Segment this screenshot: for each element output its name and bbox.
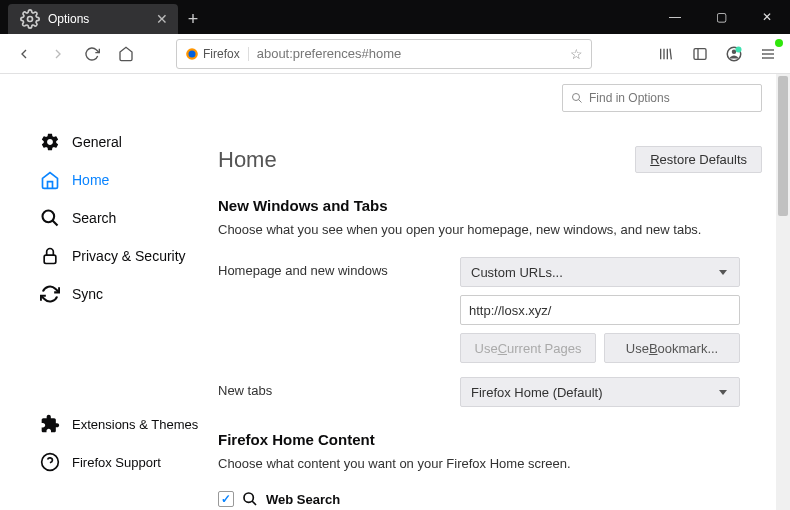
websearch-row: ✓ Web Search bbox=[218, 491, 762, 507]
sidebars-icon[interactable] bbox=[688, 42, 712, 66]
home-button[interactable] bbox=[112, 40, 140, 68]
sidebar-label: Extensions & Themes bbox=[72, 417, 198, 432]
newtabs-row: New tabs Firefox Home (Default) bbox=[218, 377, 762, 407]
firefox-icon bbox=[185, 47, 199, 61]
window-controls: — ▢ ✕ bbox=[652, 0, 790, 34]
reload-button[interactable] bbox=[78, 40, 106, 68]
preferences-sidebar: General Home Search Privacy & Security S… bbox=[0, 74, 218, 510]
svg-line-23 bbox=[252, 501, 256, 505]
sync-icon bbox=[40, 284, 60, 304]
section-desc-homecontent: Choose what content you want on your Fir… bbox=[218, 456, 762, 471]
toolbar-icons bbox=[654, 42, 780, 66]
scrollbar[interactable] bbox=[776, 74, 790, 510]
section-desc-newwindows: Choose what you see when you open your h… bbox=[218, 222, 762, 237]
svg-point-0 bbox=[28, 17, 33, 22]
sidebar-item-privacy[interactable]: Privacy & Security bbox=[30, 238, 218, 274]
identity-label: Firefox bbox=[203, 47, 240, 61]
newtabs-select-value: Firefox Home (Default) bbox=[471, 385, 602, 400]
back-button[interactable] bbox=[10, 40, 38, 68]
sidebar-label: Sync bbox=[72, 286, 103, 302]
homepage-row: Homepage and new windows Custom URLs... … bbox=[218, 257, 762, 363]
menu-icon[interactable] bbox=[756, 42, 780, 66]
svg-point-10 bbox=[732, 49, 737, 54]
sidebar-item-home[interactable]: Home bbox=[30, 162, 218, 198]
homepage-url-input[interactable] bbox=[460, 295, 740, 325]
titlebar: Options ✕ + — ▢ ✕ bbox=[0, 0, 790, 34]
url-text: about:preferences#home bbox=[257, 46, 562, 61]
restore-defaults-button[interactable]: Restore Defaults bbox=[635, 146, 762, 173]
gear-icon bbox=[20, 9, 40, 29]
sidebar-footer: Extensions & Themes Firefox Support bbox=[30, 406, 218, 482]
maximize-button[interactable]: ▢ bbox=[698, 0, 744, 34]
svg-line-16 bbox=[53, 221, 58, 226]
search-icon bbox=[40, 208, 60, 228]
newtabs-select[interactable]: Firefox Home (Default) bbox=[460, 377, 740, 407]
svg-line-21 bbox=[579, 100, 582, 103]
websearch-checkbox[interactable]: ✓ bbox=[218, 491, 234, 507]
svg-line-6 bbox=[670, 48, 671, 59]
lock-icon bbox=[40, 246, 60, 266]
home-icon bbox=[40, 170, 60, 190]
close-window-button[interactable]: ✕ bbox=[744, 0, 790, 34]
homepage-select[interactable]: Custom URLs... bbox=[460, 257, 740, 287]
section-heading-homecontent: Firefox Home Content bbox=[218, 431, 762, 448]
bookmark-star-icon[interactable]: ☆ bbox=[570, 46, 583, 62]
svg-point-22 bbox=[244, 493, 253, 502]
sidebar-item-extensions[interactable]: Extensions & Themes bbox=[30, 406, 218, 442]
minimize-button[interactable]: — bbox=[652, 0, 698, 34]
find-placeholder: Find in Options bbox=[589, 91, 670, 105]
page-title-row: Home Restore Defaults bbox=[218, 146, 762, 173]
library-icon[interactable] bbox=[654, 42, 678, 66]
sidebar-label: Search bbox=[72, 210, 116, 226]
websearch-label: Web Search bbox=[266, 492, 340, 507]
use-current-pages-button[interactable]: Use Current Pages bbox=[460, 333, 596, 363]
section-heading-newwindows: New Windows and Tabs bbox=[218, 197, 762, 214]
page-title: Home bbox=[218, 147, 277, 173]
sidebar-item-search[interactable]: Search bbox=[30, 200, 218, 236]
home-content-section: Firefox Home Content Choose what content… bbox=[218, 431, 762, 507]
svg-point-11 bbox=[736, 46, 742, 52]
homepage-button-row: Use Current Pages Use Bookmark... bbox=[460, 333, 740, 363]
help-icon bbox=[40, 452, 60, 472]
sidebar-item-support[interactable]: Firefox Support bbox=[30, 444, 218, 480]
svg-rect-17 bbox=[44, 255, 56, 263]
homepage-select-value: Custom URLs... bbox=[471, 265, 563, 280]
svg-point-2 bbox=[189, 50, 196, 57]
nav-toolbar: Firefox about:preferences#home ☆ bbox=[0, 34, 790, 74]
preferences-content: General Home Search Privacy & Security S… bbox=[0, 74, 790, 510]
homepage-label: Homepage and new windows bbox=[218, 257, 460, 278]
close-tab-icon[interactable]: ✕ bbox=[156, 11, 168, 27]
sidebar-label: Privacy & Security bbox=[72, 248, 186, 264]
sidebar-label: General bbox=[72, 134, 122, 150]
browser-tab[interactable]: Options ✕ bbox=[8, 4, 178, 34]
use-bookmark-button[interactable]: Use Bookmark... bbox=[604, 333, 740, 363]
sidebar-item-general[interactable]: General bbox=[30, 124, 218, 160]
scrollbar-thumb[interactable] bbox=[778, 76, 788, 216]
new-tab-button[interactable]: + bbox=[178, 4, 208, 34]
preferences-main: Find in Options Home Restore Defaults Ne… bbox=[218, 74, 790, 510]
sidebar-label: Firefox Support bbox=[72, 455, 161, 470]
sidebar-label: Home bbox=[72, 172, 109, 188]
find-in-options[interactable]: Find in Options bbox=[562, 84, 762, 112]
forward-button[interactable] bbox=[44, 40, 72, 68]
account-icon[interactable] bbox=[722, 42, 746, 66]
puzzle-icon bbox=[40, 414, 60, 434]
url-bar[interactable]: Firefox about:preferences#home ☆ bbox=[176, 39, 592, 69]
svg-point-20 bbox=[573, 94, 580, 101]
search-icon bbox=[571, 92, 583, 104]
search-icon bbox=[242, 491, 258, 507]
gear-icon bbox=[40, 132, 60, 152]
svg-point-15 bbox=[43, 211, 55, 223]
sidebar-item-sync[interactable]: Sync bbox=[30, 276, 218, 312]
identity-box[interactable]: Firefox bbox=[185, 47, 249, 61]
newtabs-label: New tabs bbox=[218, 377, 460, 398]
svg-rect-7 bbox=[694, 48, 706, 59]
tab-title: Options bbox=[48, 12, 89, 26]
